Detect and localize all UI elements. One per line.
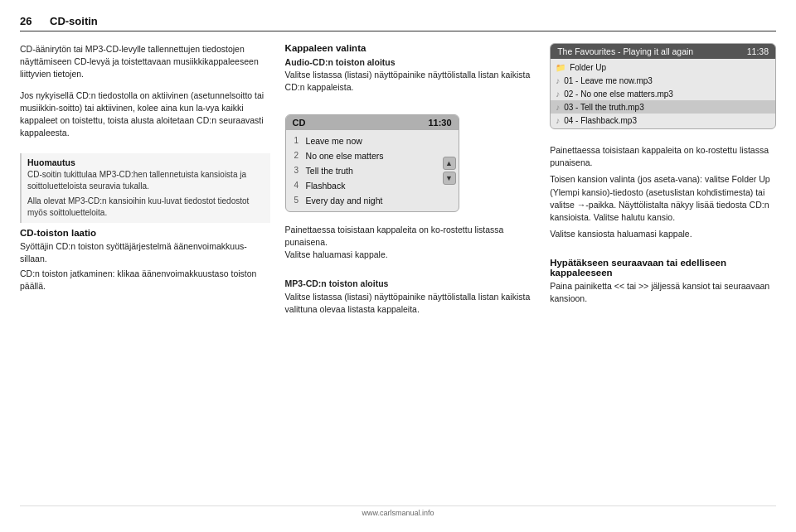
text-below2: Valitse haluamasi kappale. (285, 249, 536, 261)
item-label: Flashback (306, 181, 346, 191)
page-container: 26 CD-soitin CD-äänirytön tai MP3-CD-lev… (0, 0, 796, 532)
item-number: 2 (294, 151, 306, 160)
middle-below-section: Painettaessa toisistaan kappaleita on ko… (285, 224, 536, 262)
right-text2: Toisen kansion valinta (jos aseta-vana):… (550, 173, 776, 224)
cd-player-list: 1Leave me now2No one else matters3Tell t… (286, 130, 440, 211)
music-icon: ♪ (556, 103, 560, 112)
cd-right-list: 📁Folder Up♪01 - Leave me now.mp3♪02 - No… (551, 59, 775, 128)
intro-text: CD-äänirytön tai MP3-CD-levylle tallenne… (20, 43, 270, 81)
para2-section: Jos nykyisellä CD:n tiedostolla on aktii… (20, 89, 270, 140)
item-label: 03 - Tell the truth.mp3 (564, 103, 644, 112)
audio-text: Valitse listassa (listasi) näyttöpainike… (285, 69, 536, 94)
footer-url: www.carlsmanual.info (362, 509, 434, 517)
cd-scroll-controls: ▲ ▼ (440, 130, 459, 211)
item-label: 04 - Flashback.mp3 (564, 116, 637, 125)
right-text3: Valitse kansiosta haluamasi kappale. (550, 228, 776, 240)
mp3-section: MP3-CD:n toiston aloitus Valitse listass… (285, 278, 536, 316)
cd-right-header: The Favourites - Playing it all again 11… (551, 44, 775, 59)
right-heading2: Hypätäkseen seuraavaan tai edelliseen ka… (550, 258, 776, 278)
note-text1: CD-soitin tukittulaa MP3-CD:hen tallenne… (27, 169, 265, 192)
page-number: 26 (20, 15, 50, 27)
item-number: 1 (294, 136, 306, 145)
footer: www.carlsmanual.info (20, 505, 776, 517)
music-icon: ♪ (556, 76, 560, 85)
note-text2: Alla olevat MP3-CD:n kansioihin kuu-luva… (27, 196, 265, 219)
right-heading2-section: Hypätäkseen seuraavaan tai edelliseen ka… (550, 258, 776, 305)
cd-toisto-heading: CD-toiston laatio (20, 228, 270, 238)
cd-right-time: 11:38 (747, 46, 769, 56)
col-right: The Favourites - Playing it all again 11… (550, 43, 776, 505)
cd-right-label: The Favourites - Playing it all again (557, 46, 693, 56)
cd-player-widget: CD 11:30 1Leave me now2No one else matte… (285, 114, 459, 212)
cd-player-item[interactable]: 5Every day and night (286, 193, 440, 208)
middle-heading: Kappaleen valinta (285, 43, 536, 53)
item-label: Tell the truth (306, 166, 353, 176)
cd-right-item[interactable]: ♪02 - No one else matters.mp3 (551, 87, 775, 100)
item-label: 01 - Leave me now.mp3 (564, 76, 653, 85)
cd-player-item[interactable]: 2No one else matters (286, 148, 440, 163)
content-area: CD-äänirytön tai MP3-CD-levylle tallenne… (20, 43, 776, 505)
right-text4: Paina painiketta << tai >> jäljessä kans… (550, 280, 776, 305)
cd-player-item[interactable]: 1Leave me now (286, 133, 440, 148)
cd-player-widget-right: The Favourites - Playing it all again 11… (550, 43, 776, 129)
music-icon: ♪ (556, 89, 560, 99)
cd-right-item[interactable]: 📁Folder Up (551, 60, 775, 74)
cd-player-label: CD (293, 118, 306, 128)
item-label: Every day and night (306, 196, 383, 206)
para2-text: Jos nykyisellä CD:n tiedostolla on aktii… (20, 89, 270, 140)
cd-right-item[interactable]: ♪03 - Tell the truth.mp3 (551, 100, 775, 114)
right-text1: Painettaessa toisistaan kappaleita on ko… (550, 144, 776, 169)
mp3-text: Valitse listassa (listasi) näyttöpainike… (285, 291, 536, 316)
item-number: 3 (294, 166, 306, 175)
item-label: Folder Up (570, 63, 606, 72)
item-label: 02 - No one else matters.mp3 (564, 89, 673, 99)
note-title: Huomautus (27, 157, 265, 167)
cd-right-item[interactable]: ♪01 - Leave me now.mp3 (551, 74, 775, 87)
cd-toisto-section: CD-toiston laatio Syöttäjin CD:n toiston… (20, 228, 270, 293)
text-below: Painettaessa toisistaan kappaleita on ko… (285, 224, 536, 249)
right-text-section: Painettaessa toisistaan kappaleita on ko… (550, 144, 776, 241)
cd-right-item[interactable]: ♪04 - Flashback.mp3 (551, 114, 775, 127)
audio-subheading: Audio-CD:n toiston aloitus (285, 56, 536, 69)
page-title: CD-soitin (50, 15, 98, 27)
mp3-subheading: MP3-CD:n toiston aloitus (285, 278, 536, 290)
cd-list-area: 1Leave me now2No one else matters3Tell t… (286, 130, 440, 211)
col-left: CD-äänirytön tai MP3-CD-levylle tallenne… (20, 43, 270, 505)
cd-player-item[interactable]: 3Tell the truth (286, 163, 440, 178)
middle-heading-section: Kappaleen valinta Audio-CD:n toiston alo… (285, 43, 536, 94)
item-label: No one else matters (306, 151, 384, 161)
scroll-up-button[interactable]: ▲ (443, 157, 456, 170)
cd-toisto-text1: Syöttäjin CD:n toiston syöttäjärjestelmä… (20, 240, 270, 265)
item-number: 4 (294, 181, 306, 190)
cd-player-item[interactable]: 4Flashback (286, 178, 440, 193)
cd-player-time: 11:30 (428, 118, 451, 128)
cd-player-header: CD 11:30 (286, 115, 459, 130)
cd-toisto-text2: CD:n toiston jatkaminen: klikaa äänenvoi… (20, 268, 270, 293)
col-middle: Kappaleen valinta Audio-CD:n toiston alo… (285, 43, 536, 505)
scroll-down-button[interactable]: ▼ (443, 172, 456, 185)
intro-section: CD-äänirytön tai MP3-CD-levylle tallenne… (20, 43, 270, 81)
item-label: Leave me now (306, 136, 362, 146)
note-block: Huomautus CD-soitin tukittulaa MP3-CD:he… (20, 153, 270, 223)
folder-icon: 📁 (556, 63, 565, 72)
page-header: 26 CD-soitin (20, 15, 776, 31)
item-number: 5 (294, 196, 306, 205)
cd-player-with-scroll: 1Leave me now2No one else matters3Tell t… (286, 130, 459, 211)
music-icon: ♪ (556, 116, 560, 125)
